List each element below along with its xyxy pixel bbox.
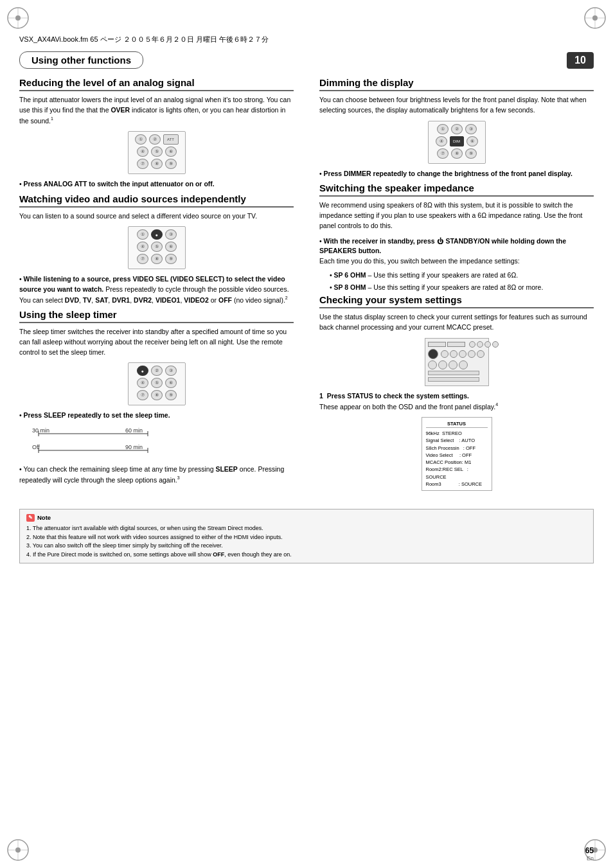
section-checking-body: Use the status display screen to check y… <box>319 312 594 333</box>
status-line-3: S8ch Processin : OFF <box>426 445 488 452</box>
v-btn-5: ⑤ <box>151 242 163 252</box>
chapter-number: 10 <box>567 52 594 69</box>
page-lang: En <box>587 855 594 862</box>
sleep-diagram-svg: 30 min 60 min Off 90 min <box>32 426 161 459</box>
v-btn-2: ● <box>151 229 163 240</box>
d-btn-7: ⑦ <box>437 148 449 159</box>
d-btn-9: ⑨ <box>465 148 477 159</box>
instruction-analog-att: • Press ANALOG ATT to switch the input a… <box>19 179 294 190</box>
section-dimming: Dimming the display You can choose betwe… <box>319 77 594 179</box>
s-btn-5: ⑤ <box>151 378 163 388</box>
instruction-video-sel: • While listening to a source, press VID… <box>19 274 294 305</box>
section-reducing-signal: Reducing the level of an analog signal T… <box>19 77 294 190</box>
s-btn-7: ⑦ <box>137 390 148 400</box>
d-btn-1: ① <box>437 124 449 134</box>
left-column: Reducing the level of an analog signal T… <box>19 77 299 496</box>
note-item-3: 3. You can also switch off the sleep tim… <box>26 542 587 551</box>
section-video-body: You can listen to a sound source and sel… <box>19 211 294 222</box>
status-box-title: STATUS <box>426 420 488 428</box>
section-reducing-title: Reducing the level of an analog signal <box>19 77 294 91</box>
note-item-2: 2. Note that this feature will not work … <box>26 533 587 542</box>
s-btn-9: ⑨ <box>165 390 177 400</box>
corner-decoration-tl <box>5 5 31 31</box>
svg-text:Off: Off <box>32 444 40 450</box>
status-line-1: 96kHz STEREO <box>426 430 488 437</box>
s-btn-6: ⑥ <box>165 378 177 388</box>
section-sleep-timer: Using the sleep timer The sleep timer sw… <box>19 309 294 485</box>
chapter-title: Using other functions <box>19 51 143 69</box>
v-btn-4: ④ <box>137 242 148 252</box>
right-column: Dimming the display You can choose betwe… <box>314 77 594 496</box>
v-btn-7: ⑦ <box>137 254 148 264</box>
instruction-speaker-standby: • With the receiver in standby, press ⏻ … <box>319 236 594 267</box>
status-line-6: Room2:REC SEL : SOURCE <box>426 466 488 481</box>
section-speaker-body: We recommend using speakers of 8Ω with t… <box>319 200 594 231</box>
note-box: ✎ Note 1. The attenuator isn't available… <box>19 509 594 563</box>
btn-9: ⑨ <box>165 159 177 169</box>
section-dimming-title: Dimming the display <box>319 77 594 91</box>
section-dimming-body: You can choose between four brightness l… <box>319 95 594 116</box>
section-checking-settings: Checking your system settings Use the st… <box>319 294 594 491</box>
status-line-7: Room3 : SOURCE <box>426 481 488 488</box>
remote-diagram-dimmer: ① ② ③ ④ DIM ⑥ ⑦ ⑧ ⑨ <box>428 121 486 164</box>
svg-text:60 min: 60 min <box>125 427 143 434</box>
header-bar: VSX_AX4AVi.book.fm 65 ページ ２００５年６月２０日 月曜日… <box>19 32 594 46</box>
btn-4: ④ <box>137 146 148 157</box>
file-info: VSX_AX4AVi.book.fm 65 ページ ２００５年６月２０日 月曜日… <box>19 35 269 44</box>
s-btn-8: ⑧ <box>151 390 163 400</box>
section-speaker-title: Switching the speaker impedance <box>319 182 594 197</box>
instruction-sleep: • Press SLEEP repeatedly to set the slee… <box>19 411 294 421</box>
instruction-sleep2: • You can check the remaining sleep time… <box>19 465 294 485</box>
s-btn-2: ② <box>151 366 163 376</box>
v-btn-3: ③ <box>165 229 177 240</box>
section-watching-video: Watching video and audio sources indepen… <box>19 193 294 306</box>
d-btn-4: ④ <box>436 136 447 146</box>
btn-8: ⑧ <box>151 159 163 169</box>
section-sleep-title: Using the sleep timer <box>19 309 294 323</box>
page-number: 65 <box>585 846 594 855</box>
instruction-dimmer: • Press DIMMER repeatedly to change the … <box>319 169 594 179</box>
v-btn-8: ⑧ <box>151 254 163 264</box>
note-item-4: 4. If the Pure Direct mode is switched o… <box>26 551 587 560</box>
section-video-title: Watching video and audio sources indepen… <box>19 193 294 208</box>
footnote-ref-1: 1 <box>51 116 53 121</box>
note-item-1: 1. The attenuator isn't available with d… <box>26 524 587 533</box>
system-diagram <box>425 338 489 386</box>
remote-diagram-sleep: ● ② ③ ④ ⑤ ⑥ ⑦ ⑧ ⑨ <box>128 362 186 405</box>
status-line-4: Video Select : OFF <box>426 452 488 459</box>
btn-2: ② <box>149 134 161 145</box>
note-icon: ✎ <box>26 514 35 522</box>
btn-6: ⑥ <box>165 146 177 157</box>
status-line-5: MCACC Position: M1 <box>426 459 488 466</box>
d-btn-dimmer: DIM <box>450 136 464 146</box>
section-checking-title: Checking your system settings <box>319 294 594 308</box>
section-sleep-body: The sleep timer switches the receiver in… <box>19 327 294 357</box>
s-btn-3: ③ <box>165 366 177 376</box>
d-btn-2: ② <box>451 124 463 134</box>
d-btn-6: ⑥ <box>466 136 478 146</box>
status-line-2: Signal Select : AUTO <box>426 437 488 444</box>
btn-att: ATT <box>163 134 179 145</box>
sp8-instruction: SP 8 OHM – Use this setting if your spea… <box>330 283 594 293</box>
sp6-instruction: SP 6 OHM – Use this setting if your spea… <box>330 270 594 281</box>
instruction-status: 1 Press STATUS to check the system setti… <box>319 391 594 412</box>
chapter-heading: Using other functions 10 <box>19 51 594 69</box>
two-column-layout: Reducing the level of an analog signal T… <box>19 77 594 496</box>
v-btn-9: ⑨ <box>165 254 177 264</box>
s-btn-4: ④ <box>137 378 148 388</box>
svg-text:90 min: 90 min <box>125 444 143 450</box>
btn-5: ⑤ <box>151 146 163 157</box>
status-display-box: STATUS 96kHz STEREO Signal Select : AUTO… <box>422 417 492 491</box>
corner-decoration-bl <box>5 837 31 863</box>
btn-1: ① <box>135 134 147 145</box>
s-btn-1: ● <box>137 366 148 376</box>
remote-diagram-video: ① ● ③ ④ ⑤ ⑥ ⑦ ⑧ ⑨ <box>128 226 186 269</box>
section-reducing-body: The input attenuator lowers the input le… <box>19 95 294 126</box>
svg-text:30 min: 30 min <box>32 427 49 434</box>
d-btn-3: ③ <box>465 124 477 134</box>
remote-diagram-analog: ① ② ATT ④ ⑤ ⑥ ⑦ ⑧ ⑨ <box>128 131 186 174</box>
v-btn-1: ① <box>137 229 148 240</box>
v-btn-6: ⑥ <box>165 242 177 252</box>
d-btn-8: ⑧ <box>451 148 463 159</box>
corner-decoration-tr <box>582 5 608 31</box>
